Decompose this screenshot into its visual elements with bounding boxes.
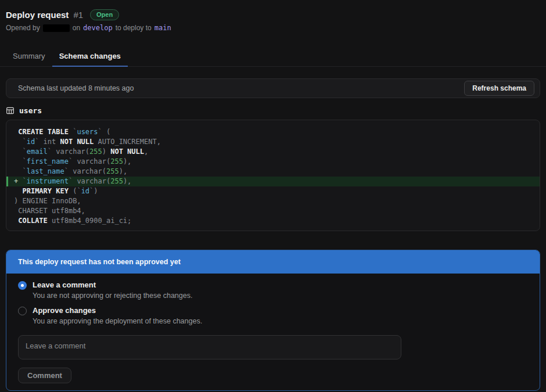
table-name: users — [19, 106, 42, 115]
code-line: `first_name` varchar(255), — [6, 157, 540, 167]
code-line: CHARSET utf8mb4, — [6, 206, 540, 216]
approve-changes-radio[interactable] — [18, 307, 27, 315]
comment-button[interactable]: Comment — [18, 368, 71, 383]
page-title: Deploy request — [6, 10, 69, 20]
code-line: COLLATE utf8mb4_0900_ai_ci; — [6, 216, 540, 226]
status-badge: Open — [90, 9, 119, 20]
leave-comment-radio[interactable] — [18, 281, 27, 290]
leave-comment-label: Leave a comment — [33, 280, 96, 290]
redacted-username — [43, 24, 70, 32]
approval-card: This deploy request has not been approve… — [6, 250, 540, 391]
tab-summary[interactable]: Summary — [6, 47, 52, 67]
code-line: `email` varchar(255) NOT NULL, — [6, 147, 540, 157]
table-heading: users — [6, 106, 540, 115]
approve-changes-description: You are approving the deployment of thes… — [33, 317, 528, 326]
comment-input[interactable] — [18, 335, 401, 359]
option-leave-comment[interactable]: Leave a comment You are not approving or… — [18, 280, 528, 300]
schema-diff-code: CREATE TABLE `users` ( `id` int NOT NULL… — [6, 120, 540, 231]
opened-by-line: Opened by on develop to deploy to main — [6, 24, 540, 32]
tab-bar: Summary Schema changes — [0, 47, 546, 67]
source-branch-link[interactable]: develop — [83, 24, 113, 32]
code-line: PRIMARY KEY (`id`) — [6, 186, 540, 196]
opened-by-text: Opened by — [6, 24, 40, 32]
refresh-schema-button[interactable]: Refresh schema — [464, 81, 534, 96]
code-line: CREATE TABLE `users` ( — [6, 127, 540, 137]
leave-comment-description: You are not approving or rejecting these… — [33, 291, 528, 300]
schema-last-updated-text: Schema last updated 8 minutes ago — [18, 84, 134, 92]
deploy-to-text: to deploy to — [116, 24, 152, 32]
code-line: `id` int NOT NULL AUTO_INCREMENT, — [6, 137, 540, 147]
schema-status-bar: Schema last updated 8 minutes ago Refres… — [6, 78, 540, 98]
table-icon — [6, 106, 15, 115]
code-line: `last_name` varchar(255), — [6, 167, 540, 177]
deploy-request-number: #1 — [73, 10, 83, 20]
on-text: on — [73, 24, 80, 32]
code-line: ) ENGINE InnoDB, — [6, 196, 540, 206]
code-line-added: + `instrument` varchar(255), — [6, 177, 540, 186]
tab-schema-changes[interactable]: Schema changes — [52, 47, 128, 67]
target-branch-link[interactable]: main — [155, 24, 171, 32]
approve-changes-label: Approve changes — [33, 306, 96, 315]
approval-banner: This deploy request has not been approve… — [6, 250, 540, 274]
option-approve-changes[interactable]: Approve changes You are approving the de… — [18, 306, 528, 326]
deploy-request-header: Deploy request #1 Open Opened by on deve… — [0, 0, 546, 32]
